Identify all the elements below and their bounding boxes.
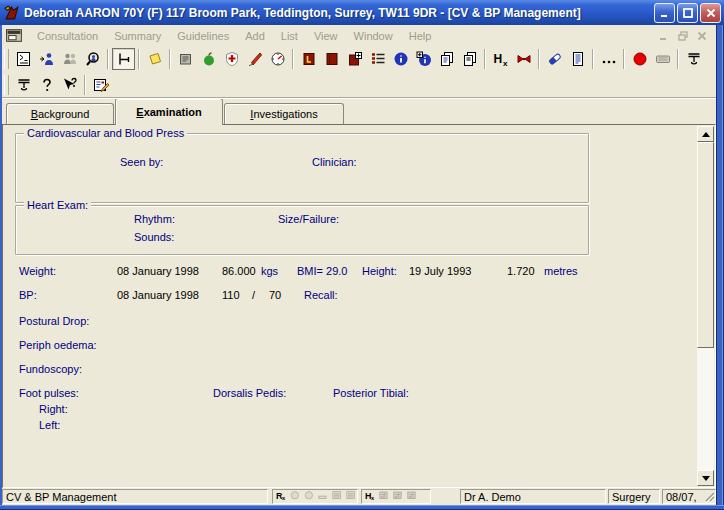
close-button[interactable] — [700, 3, 721, 23]
height-date[interactable]: 19 July 1993 — [409, 265, 471, 277]
separator — [107, 49, 109, 69]
bp-pen-icon[interactable] — [243, 48, 266, 70]
info-icon[interactable] — [389, 48, 412, 70]
context-help-icon[interactable] — [58, 74, 81, 96]
mdi-close-button[interactable] — [693, 28, 710, 43]
journal-icon[interactable] — [174, 48, 197, 70]
bp-label[interactable]: BP: — [19, 289, 37, 301]
status-rx-panel: Rx — [272, 489, 358, 504]
menu-item-help[interactable]: Help — [401, 28, 440, 44]
menu-item-summary[interactable]: Summary — [106, 28, 169, 44]
postural-drop-label[interactable]: Postural Drop: — [19, 315, 89, 327]
mdi-minimize-button[interactable] — [655, 28, 672, 43]
separator — [138, 49, 140, 69]
panel-lines-icon — [332, 490, 345, 503]
periph-oedema-label[interactable]: Periph oedema: — [19, 339, 97, 351]
weight-value[interactable]: 86.000 — [222, 265, 256, 277]
scroll-up-button[interactable] — [697, 126, 714, 142]
scroll-down-button[interactable] — [697, 470, 714, 486]
size-failure-label[interactable]: Size/Failure: — [278, 213, 339, 225]
gauge-icon[interactable] — [266, 48, 289, 70]
red-book-icon[interactable] — [320, 48, 343, 70]
weight-date[interactable]: 08 January 1998 — [117, 265, 199, 277]
minimize-button[interactable] — [654, 3, 675, 23]
circle-icon — [290, 490, 303, 503]
foot-pulses-label[interactable]: Foot pulses: — [19, 387, 79, 399]
shield-cross-icon[interactable] — [220, 48, 243, 70]
help-icon[interactable] — [35, 74, 58, 96]
weight-label[interactable]: Weight: — [19, 265, 56, 277]
pill-icon[interactable] — [543, 48, 566, 70]
resize-grip[interactable] — [703, 490, 715, 504]
clinician-label[interactable]: Clinician: — [312, 156, 357, 168]
rhythm-label[interactable]: Rhythm: — [134, 213, 175, 225]
drip-stand-icon[interactable] — [682, 48, 705, 70]
separator — [623, 49, 625, 69]
ellipsis-icon[interactable] — [597, 48, 620, 70]
red-book-add-icon[interactable] — [343, 48, 366, 70]
find-patient-icon[interactable] — [81, 48, 104, 70]
secondary-toolbar — [2, 72, 716, 97]
scrollbar-thumb[interactable] — [697, 142, 714, 348]
foot-pulses-right-label[interactable]: Right: — [39, 403, 68, 415]
select-patient-icon[interactable] — [35, 48, 58, 70]
seen-by-label[interactable]: Seen by: — [120, 156, 163, 168]
bowtie-icon[interactable] — [512, 48, 535, 70]
mdi-restore-button[interactable] — [674, 28, 691, 43]
height-value[interactable]: 1.720 — [507, 265, 535, 277]
info-add-icon[interactable] — [412, 48, 435, 70]
bp-date[interactable]: 08 January 1998 — [117, 289, 199, 301]
tab-investigations[interactable]: Investigations — [224, 103, 344, 124]
height-label[interactable]: Height: — [362, 265, 397, 277]
svg-text:x: x — [503, 59, 508, 68]
window-border-left — [0, 24, 2, 510]
toolbar-grip[interactable] — [4, 75, 9, 95]
separator — [169, 49, 171, 69]
bmi-value: BMI= 29.0 — [297, 265, 347, 277]
prescription-pad-icon[interactable] — [566, 48, 589, 70]
main-toolbar-buttons: Hx — [12, 48, 705, 70]
menu-item-consultation[interactable]: Consultation — [29, 28, 106, 44]
patients-icon[interactable] — [58, 48, 81, 70]
toolbar-grip[interactable] — [4, 49, 9, 69]
menu-item-guidelines[interactable]: Guidelines — [169, 28, 237, 44]
sticky-note-icon[interactable] — [143, 48, 166, 70]
child-window-icon[interactable] — [6, 28, 23, 43]
record-icon[interactable] — [628, 48, 651, 70]
foot-pulses-left-label[interactable]: Left: — [39, 419, 60, 431]
exam-couch-icon[interactable] — [112, 48, 135, 70]
drip-stand-icon[interactable] — [12, 74, 35, 96]
history-hx-icon[interactable]: Hx — [489, 48, 512, 70]
maximize-button[interactable] — [677, 3, 698, 23]
copy-pages-special-icon[interactable] — [435, 48, 458, 70]
form-edit-icon[interactable] — [89, 74, 112, 96]
app-icon — [4, 4, 21, 21]
script-icon[interactable] — [12, 48, 35, 70]
mdi-window-controls — [653, 28, 716, 43]
title-bar[interactable]: Deborah AARON 70Y (F) 117 Broom Park, Te… — [0, 0, 724, 25]
menu-item-list[interactable]: List — [273, 28, 306, 44]
tab-examination-accel: E — [136, 106, 143, 118]
bp-diastolic[interactable]: 70 — [269, 289, 281, 301]
status-doctor-panel: Dr A. Demo — [460, 489, 606, 504]
fundoscopy-label[interactable]: Fundoscopy: — [19, 363, 82, 375]
menu-item-add[interactable]: Add — [237, 28, 273, 44]
recall-label[interactable]: Recall: — [304, 289, 338, 301]
bp-systolic[interactable]: 110 — [222, 289, 240, 301]
tab-examination-label: xamination — [144, 106, 202, 118]
apple-icon[interactable] — [197, 48, 220, 70]
menu-item-view[interactable]: View — [306, 28, 346, 44]
red-list-icon[interactable] — [366, 48, 389, 70]
copy-pages-icon[interactable] — [458, 48, 481, 70]
keyboard-icon[interactable] — [651, 48, 674, 70]
svg-text:x: x — [371, 495, 375, 501]
ledger-icon[interactable] — [297, 48, 320, 70]
sounds-label[interactable]: Sounds: — [134, 231, 174, 243]
tab-background[interactable]: Background — [6, 103, 114, 124]
tab-examination[interactable]: Examination — [115, 98, 223, 125]
vertical-scrollbar[interactable] — [697, 126, 714, 486]
cardiovascular-group-title: Cardiovascular and Blood Press — [24, 127, 187, 139]
svg-text:H: H — [493, 52, 502, 66]
separator — [484, 49, 486, 69]
menu-item-window[interactable]: Window — [346, 28, 401, 44]
